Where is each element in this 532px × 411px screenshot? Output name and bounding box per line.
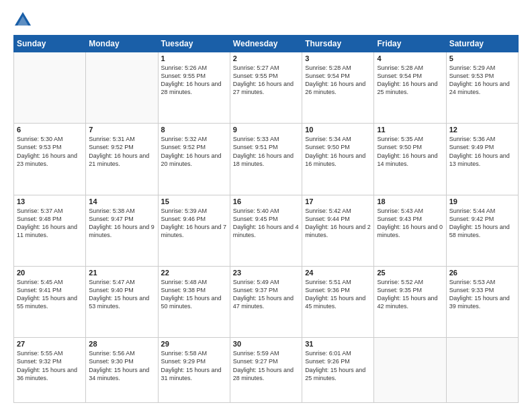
day-number: 15 — [161, 197, 227, 205]
week-row-3: 20Sunrise: 5:45 AMSunset: 9:41 PMDayligh… — [14, 266, 519, 337]
calendar-cell: 7Sunrise: 5:31 AMSunset: 9:52 PMDaylight… — [86, 124, 158, 195]
calendar-cell — [446, 338, 518, 403]
day-number: 16 — [233, 197, 299, 205]
cell-info: Sunrise: 5:33 AMSunset: 9:51 PMDaylight:… — [233, 136, 294, 167]
calendar-cell: 22Sunrise: 5:48 AMSunset: 9:38 PMDayligh… — [158, 266, 230, 337]
calendar-cell: 30Sunrise: 5:59 AMSunset: 9:27 PMDayligh… — [230, 338, 302, 403]
calendar-cell: 31Sunrise: 6:01 AMSunset: 9:26 PMDayligh… — [302, 338, 374, 403]
cell-info: Sunrise: 5:52 AMSunset: 9:35 PMDaylight:… — [377, 279, 437, 310]
cell-info: Sunrise: 5:49 AMSunset: 9:37 PMDaylight:… — [233, 279, 294, 310]
week-row-4: 27Sunrise: 5:55 AMSunset: 9:32 PMDayligh… — [14, 338, 519, 403]
day-header-tuesday: Tuesday — [158, 36, 230, 52]
calendar-header-row: SundayMondayTuesdayWednesdayThursdayFrid… — [14, 36, 519, 52]
day-number: 12 — [449, 126, 515, 134]
day-number: 4 — [377, 54, 443, 62]
cell-info: Sunrise: 6:01 AMSunset: 9:26 PMDaylight:… — [305, 350, 365, 381]
day-number: 17 — [305, 197, 371, 205]
calendar-cell: 17Sunrise: 5:42 AMSunset: 9:44 PMDayligh… — [302, 195, 374, 266]
calendar-cell: 11Sunrise: 5:35 AMSunset: 9:50 PMDayligh… — [374, 124, 446, 195]
cell-info: Sunrise: 5:51 AMSunset: 9:36 PMDaylight:… — [305, 279, 365, 310]
day-number: 24 — [305, 269, 371, 277]
cell-info: Sunrise: 5:53 AMSunset: 9:33 PMDaylight:… — [449, 279, 510, 310]
day-number: 5 — [449, 54, 515, 62]
day-header-monday: Monday — [86, 36, 158, 52]
day-number: 20 — [17, 269, 83, 277]
cell-info: Sunrise: 5:48 AMSunset: 9:38 PMDaylight:… — [161, 279, 222, 310]
calendar-cell: 21Sunrise: 5:47 AMSunset: 9:40 PMDayligh… — [86, 266, 158, 337]
cell-info: Sunrise: 5:26 AMSunset: 9:55 PMDaylight:… — [161, 64, 222, 95]
calendar: SundayMondayTuesdayWednesdayThursdayFrid… — [13, 35, 519, 403]
cell-info: Sunrise: 5:59 AMSunset: 9:27 PMDaylight:… — [233, 350, 294, 381]
calendar-cell: 18Sunrise: 5:43 AMSunset: 9:43 PMDayligh… — [374, 195, 446, 266]
day-number: 31 — [305, 340, 371, 348]
calendar-cell: 14Sunrise: 5:38 AMSunset: 9:47 PMDayligh… — [86, 195, 158, 266]
calendar-cell — [86, 52, 158, 124]
day-number: 10 — [305, 126, 371, 134]
calendar-cell — [374, 338, 446, 403]
calendar-cell: 29Sunrise: 5:58 AMSunset: 9:29 PMDayligh… — [158, 338, 230, 403]
calendar-cell: 15Sunrise: 5:39 AMSunset: 9:46 PMDayligh… — [158, 195, 230, 266]
day-number: 30 — [233, 340, 299, 348]
day-number: 6 — [17, 126, 83, 134]
cell-info: Sunrise: 5:44 AMSunset: 9:42 PMDaylight:… — [449, 208, 510, 238]
day-number: 7 — [89, 126, 154, 134]
calendar-cell: 23Sunrise: 5:49 AMSunset: 9:37 PMDayligh… — [230, 266, 302, 337]
day-header-friday: Friday — [374, 36, 446, 52]
page: SundayMondayTuesdayWednesdayThursdayFrid… — [0, 0, 532, 411]
day-number: 19 — [449, 197, 515, 205]
calendar-cell: 1Sunrise: 5:26 AMSunset: 9:55 PMDaylight… — [158, 52, 230, 124]
cell-info: Sunrise: 5:29 AMSunset: 9:53 PMDaylight:… — [449, 64, 510, 95]
day-number: 27 — [17, 340, 83, 348]
day-header-saturday: Saturday — [446, 36, 518, 52]
day-number: 14 — [89, 197, 154, 205]
header — [13, 11, 519, 30]
day-number: 21 — [89, 269, 154, 277]
cell-info: Sunrise: 5:40 AMSunset: 9:45 PMDaylight:… — [233, 208, 299, 238]
calendar-cell: 8Sunrise: 5:32 AMSunset: 9:52 PMDaylight… — [158, 124, 230, 195]
cell-info: Sunrise: 5:36 AMSunset: 9:49 PMDaylight:… — [449, 136, 510, 167]
calendar-cell: 20Sunrise: 5:45 AMSunset: 9:41 PMDayligh… — [14, 266, 86, 337]
cell-info: Sunrise: 5:28 AMSunset: 9:54 PMDaylight:… — [377, 64, 437, 95]
day-number: 28 — [89, 340, 154, 348]
cell-info: Sunrise: 5:47 AMSunset: 9:40 PMDaylight:… — [89, 279, 149, 310]
cell-info: Sunrise: 5:58 AMSunset: 9:29 PMDaylight:… — [161, 350, 222, 381]
calendar-cell: 4Sunrise: 5:28 AMSunset: 9:54 PMDaylight… — [374, 52, 446, 124]
logo — [13, 11, 35, 30]
day-header-sunday: Sunday — [14, 36, 86, 52]
day-number: 26 — [449, 269, 515, 277]
calendar-cell: 25Sunrise: 5:52 AMSunset: 9:35 PMDayligh… — [374, 266, 446, 337]
cell-info: Sunrise: 5:31 AMSunset: 9:52 PMDaylight:… — [89, 136, 149, 167]
day-number: 22 — [161, 269, 227, 277]
day-number: 23 — [233, 269, 299, 277]
cell-info: Sunrise: 5:30 AMSunset: 9:53 PMDaylight:… — [17, 136, 77, 167]
calendar-cell: 24Sunrise: 5:51 AMSunset: 9:36 PMDayligh… — [302, 266, 374, 337]
day-number: 29 — [161, 340, 227, 348]
day-number: 25 — [377, 269, 443, 277]
calendar-cell: 12Sunrise: 5:36 AMSunset: 9:49 PMDayligh… — [446, 124, 518, 195]
cell-info: Sunrise: 5:37 AMSunset: 9:48 PMDaylight:… — [17, 208, 77, 238]
day-number: 13 — [17, 197, 83, 205]
calendar-cell: 6Sunrise: 5:30 AMSunset: 9:53 PMDaylight… — [14, 124, 86, 195]
day-number: 2 — [233, 54, 299, 62]
cell-info: Sunrise: 5:32 AMSunset: 9:52 PMDaylight:… — [161, 136, 222, 167]
day-number: 18 — [377, 197, 443, 205]
logo-icon — [13, 11, 32, 30]
calendar-cell: 26Sunrise: 5:53 AMSunset: 9:33 PMDayligh… — [446, 266, 518, 337]
calendar-cell: 2Sunrise: 5:27 AMSunset: 9:55 PMDaylight… — [230, 52, 302, 124]
cell-info: Sunrise: 5:28 AMSunset: 9:54 PMDaylight:… — [305, 64, 365, 95]
day-header-thursday: Thursday — [302, 36, 374, 52]
calendar-cell: 16Sunrise: 5:40 AMSunset: 9:45 PMDayligh… — [230, 195, 302, 266]
cell-info: Sunrise: 5:34 AMSunset: 9:50 PMDaylight:… — [305, 136, 365, 167]
week-row-1: 6Sunrise: 5:30 AMSunset: 9:53 PMDaylight… — [14, 124, 519, 195]
cell-info: Sunrise: 5:38 AMSunset: 9:47 PMDaylight:… — [89, 208, 154, 238]
week-row-0: 1Sunrise: 5:26 AMSunset: 9:55 PMDaylight… — [14, 52, 519, 124]
day-header-wednesday: Wednesday — [230, 36, 302, 52]
calendar-cell: 10Sunrise: 5:34 AMSunset: 9:50 PMDayligh… — [302, 124, 374, 195]
day-number: 3 — [305, 54, 371, 62]
cell-info: Sunrise: 5:39 AMSunset: 9:46 PMDaylight:… — [161, 208, 227, 238]
calendar-cell: 19Sunrise: 5:44 AMSunset: 9:42 PMDayligh… — [446, 195, 518, 266]
cell-info: Sunrise: 5:42 AMSunset: 9:44 PMDaylight:… — [305, 208, 371, 238]
cell-info: Sunrise: 5:27 AMSunset: 9:55 PMDaylight:… — [233, 64, 294, 95]
calendar-cell — [14, 52, 86, 124]
calendar-cell: 9Sunrise: 5:33 AMSunset: 9:51 PMDaylight… — [230, 124, 302, 195]
